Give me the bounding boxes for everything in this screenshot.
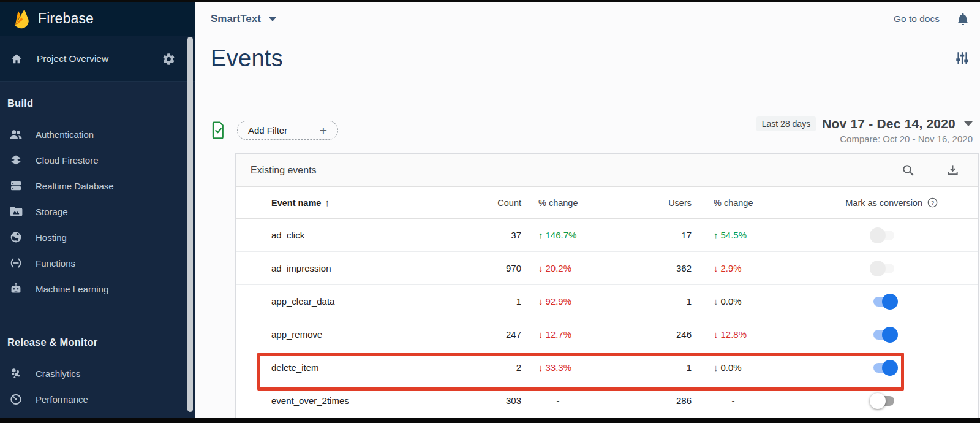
- sidebar-item-hosting[interactable]: Hosting: [0, 224, 195, 250]
- percent-change-cell: ↓0.0%: [692, 362, 790, 373]
- sidebar-item-cloud-firestore[interactable]: Cloud Firestore: [0, 147, 195, 173]
- sidebar-section-label: Build: [0, 95, 195, 112]
- percent-change-value: 20.2%: [546, 263, 572, 273]
- mark-as-conversion-toggle[interactable]: [870, 393, 898, 409]
- arrow-down-icon: ↓: [538, 362, 543, 373]
- percent-change-cell: ↓20.2%: [521, 263, 619, 273]
- percent-change-value: 146.7%: [546, 230, 577, 240]
- count-cell: 970: [455, 263, 521, 273]
- column-header-mark-as-conversion: Mark as conversion ?: [790, 197, 978, 208]
- sidebar-item-label: Performance: [36, 394, 88, 405]
- firebase-console: Firebase Project Overview BuildAuthentic…: [0, 2, 980, 423]
- arrow-up-icon: ↑: [714, 230, 718, 240]
- globe-icon: [9, 230, 23, 245]
- percent-change-value: 0.0%: [721, 362, 742, 373]
- main-content: SmartText Go to docs Events: [195, 2, 980, 423]
- mark-as-conversion-toggle[interactable]: [870, 227, 898, 243]
- firestore-icon: [9, 153, 23, 167]
- arrow-down-icon: ↓: [714, 296, 718, 307]
- sidebar-item-crashlytics[interactable]: Crashlytics: [0, 360, 195, 386]
- mark-as-conversion-toggle[interactable]: [870, 327, 898, 343]
- date-range-picker[interactable]: Last 28 days Nov 17 - Dec 14, 2020 Compa…: [756, 116, 973, 144]
- percent-change-value: 12.8%: [721, 329, 747, 340]
- event-name-cell: event_over_2times: [271, 395, 455, 406]
- sidebar-item-authentication[interactable]: Authentication: [0, 121, 195, 147]
- download-icon[interactable]: [946, 163, 960, 177]
- conversion-cell: [790, 227, 978, 243]
- percent-change-value: 54.5%: [721, 230, 747, 240]
- column-header-count[interactable]: Count: [455, 198, 521, 208]
- conversion-cell: [790, 294, 978, 310]
- column-header-users[interactable]: Users: [619, 198, 692, 208]
- sidebar-item-machine-learning[interactable]: Machine Learning: [0, 276, 195, 302]
- divider: [153, 45, 153, 73]
- percent-change-cell: ↓12.8%: [692, 329, 790, 340]
- sidebar-item-realtime-database[interactable]: Realtime Database: [0, 173, 195, 199]
- sidebar-item-label: Machine Learning: [36, 284, 108, 294]
- toggle-knob: [882, 327, 898, 343]
- event-name-cell: app_clear_data: [271, 296, 455, 307]
- chevron-down-icon: [964, 121, 973, 126]
- percent-change-value: 92.9%: [546, 296, 572, 307]
- sidebar-item-label: Crashlytics: [36, 368, 80, 379]
- add-filter-button[interactable]: Add Filter +: [237, 121, 338, 140]
- project-selector-label: SmartText: [211, 13, 261, 25]
- users-icon: [9, 127, 23, 142]
- count-cell: 37: [455, 230, 521, 240]
- notifications-bell-icon[interactable]: [956, 12, 970, 26]
- filter-bar: Add Filter + Last 28 days Nov 17 - Dec 1…: [211, 115, 973, 145]
- firebase-brand[interactable]: Firebase: [0, 2, 195, 36]
- percent-change-cell: ↓92.9%: [521, 296, 619, 307]
- topbar: SmartText Go to docs: [211, 2, 980, 36]
- tune-filters-icon[interactable]: [954, 50, 970, 66]
- sidebar-item-performance[interactable]: Performance: [0, 386, 195, 412]
- arrow-down-icon: ↓: [714, 362, 718, 373]
- table-body: ad_click37↑146.7%17↑54.5%ad_impression97…: [236, 219, 978, 417]
- percent-change-value: 0.0%: [721, 296, 742, 307]
- table-row-app_remove: app_remove247↓12.7%246↓12.8%: [236, 318, 978, 351]
- plus-icon: +: [320, 124, 327, 137]
- sidebar-nav: BuildAuthenticationCloud FirestoreRealti…: [0, 82, 195, 412]
- count-cell: 2: [455, 362, 521, 373]
- sidebar-item-label: Authentication: [36, 129, 94, 140]
- robot-icon: [9, 281, 23, 296]
- sidebar-item-storage[interactable]: Storage: [0, 199, 195, 224]
- percent-change-cell: ↓12.7%: [521, 329, 619, 340]
- no-change-dash: -: [714, 395, 753, 406]
- no-change-dash: -: [538, 395, 578, 406]
- folder-icon: [9, 204, 23, 219]
- count-cell: 303: [455, 395, 521, 406]
- percent-change-value: 33.3%: [546, 362, 572, 373]
- column-header-count-change[interactable]: % change: [521, 198, 619, 208]
- crashlytics-icon: [9, 366, 23, 381]
- event-name-cell: ad_click: [271, 230, 455, 240]
- project-settings-gear-icon[interactable]: [162, 52, 176, 66]
- users-cell: 362: [619, 263, 692, 273]
- toggle-knob: [870, 393, 886, 409]
- mark-as-conversion-toggle[interactable]: [870, 294, 898, 310]
- page-header: Events: [211, 41, 980, 75]
- mark-as-conversion-toggle[interactable]: [870, 360, 898, 376]
- chevron-down-icon: [269, 17, 276, 21]
- percent-change-cell: -: [521, 395, 619, 406]
- percent-change-cell: ↑54.5%: [692, 230, 790, 240]
- sidebar-item-functions[interactable]: Functions: [0, 250, 195, 276]
- go-to-docs-link[interactable]: Go to docs: [894, 13, 940, 25]
- sidebar-scrollbar[interactable]: [187, 37, 193, 412]
- users-cell: 1: [619, 296, 692, 307]
- arrow-down-icon: ↓: [714, 329, 718, 340]
- count-cell: 1: [455, 296, 521, 307]
- sidebar-item-label: Realtime Database: [36, 181, 114, 191]
- column-header-event-name[interactable]: Event name ↑: [271, 197, 455, 208]
- users-cell: 1: [619, 362, 692, 373]
- sidebar-item-project-overview[interactable]: Project Overview: [0, 36, 195, 82]
- help-icon[interactable]: ?: [927, 197, 938, 208]
- mark-as-conversion-toggle[interactable]: [870, 261, 898, 276]
- column-header-users-change[interactable]: % change: [692, 198, 790, 208]
- card-header: Existing events: [236, 154, 978, 187]
- card-title: Existing events: [251, 165, 317, 176]
- project-selector[interactable]: SmartText: [211, 13, 276, 25]
- home-icon: [10, 52, 23, 66]
- search-icon[interactable]: [901, 163, 915, 177]
- table-header-row: Event name ↑ Count % change Users % chan…: [236, 187, 978, 219]
